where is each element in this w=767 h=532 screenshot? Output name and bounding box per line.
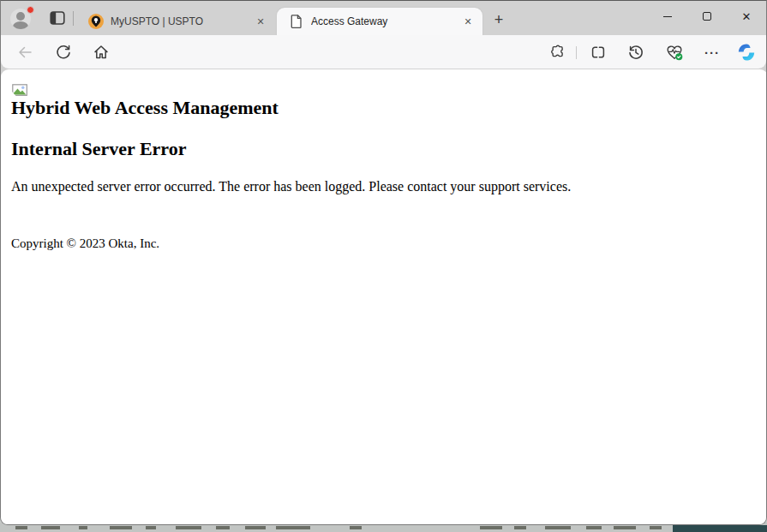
copilot-icon — [736, 42, 757, 63]
tab-actions-icon — [49, 9, 66, 27]
error-message: An unexpected server error occurred. The… — [11, 179, 571, 194]
history-button[interactable] — [626, 42, 646, 63]
refresh-button[interactable] — [53, 42, 74, 63]
toolbar: https://patentcenter.uspto.gov/pcui/inde… — [1, 35, 766, 69]
window-controls: ✕ — [648, 1, 766, 32]
back-icon — [16, 44, 33, 61]
error-heading: Internal Server Error — [11, 138, 186, 160]
browser-essentials-icon — [665, 44, 684, 62]
history-icon — [627, 44, 644, 61]
tab-actions-menu-button[interactable] — [49, 9, 66, 27]
background-window-teal-block — [673, 525, 767, 532]
settings-more-button[interactable]: ··· — [702, 42, 722, 63]
tab-title: MyUSPTO | USPTO — [111, 15, 253, 27]
browser-essentials-button[interactable] — [664, 42, 685, 63]
copilot-button[interactable] — [736, 42, 757, 63]
minimize-icon — [663, 16, 672, 17]
split-screen-icon — [590, 44, 607, 61]
tabstrip-divider — [73, 11, 74, 26]
tab-close-button[interactable]: ✕ — [253, 14, 268, 29]
close-window-button[interactable]: ✕ — [727, 1, 766, 32]
tab-access-gateway[interactable]: Access Gateway ✕ — [277, 8, 482, 35]
browser-window: MyUSPTO | USPTO ✕ Access Gateway ✕ + ✕ — [0, 0, 767, 525]
minimize-button[interactable] — [648, 1, 687, 32]
more-icon: ··· — [704, 46, 720, 59]
tab-strip: MyUSPTO | USPTO ✕ Access Gateway ✕ + ✕ — [1, 1, 766, 35]
copyright-text: Copyright © 2023 Okta, Inc. — [11, 236, 159, 251]
extensions-puzzle-icon — [548, 44, 566, 61]
page-title: Hybrid Web Access Management — [11, 97, 279, 119]
maximize-icon — [703, 12, 711, 21]
home-button[interactable] — [91, 42, 111, 63]
notification-dot — [27, 6, 34, 14]
profile-button[interactable] — [10, 9, 33, 31]
new-tab-button[interactable]: + — [489, 10, 508, 29]
split-screen-button[interactable] — [588, 42, 608, 63]
home-icon — [93, 44, 110, 61]
toolbar-divider — [576, 46, 577, 59]
tab-close-button[interactable]: ✕ — [460, 14, 476, 29]
close-icon: ✕ — [742, 11, 752, 22]
refresh-icon — [55, 44, 72, 61]
extensions-button[interactable] — [547, 42, 567, 63]
back-button[interactable] — [15, 42, 35, 63]
uspto-favicon — [88, 14, 104, 29]
tab-myuspto[interactable]: MyUSPTO | USPTO ✕ — [76, 8, 275, 35]
tab-title: Access Gateway — [311, 15, 460, 27]
page-favicon — [289, 14, 304, 29]
maximize-button[interactable] — [687, 1, 727, 32]
web-content: Hybrid Web Access Management Internal Se… — [1, 69, 767, 525]
broken-image-icon — [12, 84, 28, 97]
